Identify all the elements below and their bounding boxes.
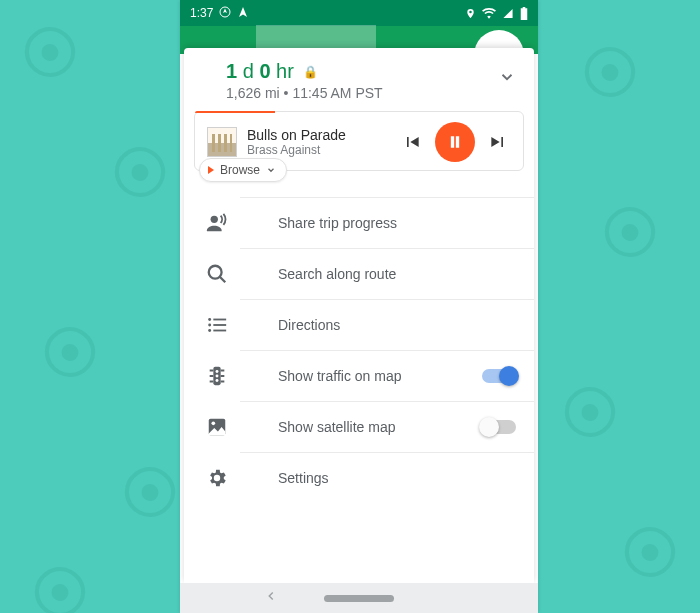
previous-track-button[interactable] <box>399 129 425 155</box>
svg-point-14 <box>216 375 219 378</box>
phone-frame: 1:37 <box>180 0 538 613</box>
nav-home-pill[interactable] <box>324 595 394 602</box>
lock-icon: 🔒 <box>303 65 318 79</box>
browse-chip[interactable]: Browse <box>199 158 287 182</box>
svg-point-13 <box>216 370 219 373</box>
directions-option[interactable]: Directions <box>240 300 534 351</box>
svg-point-17 <box>212 422 216 426</box>
browse-label: Browse <box>220 163 260 177</box>
svg-rect-11 <box>213 330 226 332</box>
svg-point-7 <box>208 324 211 327</box>
status-clock: 1:37 <box>190 6 213 20</box>
svg-point-8 <box>208 329 211 332</box>
battery-icon <box>520 7 528 20</box>
album-art <box>207 127 237 157</box>
option-label: Share trip progress <box>278 215 397 231</box>
android-nav-bar <box>180 583 538 613</box>
svg-marker-2 <box>239 7 247 17</box>
pause-button[interactable] <box>435 122 475 162</box>
wifi-icon <box>482 8 496 19</box>
eta-subtitle: 1,626 mi • 11:45 AM PST <box>226 85 520 101</box>
settings-option[interactable]: Settings <box>240 453 534 503</box>
chevron-down-icon[interactable] <box>498 68 516 90</box>
chevron-down-icon <box>266 165 276 175</box>
svg-point-3 <box>211 216 218 223</box>
status-bar: 1:37 <box>180 0 538 26</box>
compass-icon <box>219 6 231 21</box>
track-title: Bulls on Parade <box>247 127 389 143</box>
search-icon <box>206 263 228 285</box>
options-list: Share trip progress Search along route D… <box>184 197 534 503</box>
option-label: Settings <box>278 470 329 486</box>
traffic-toggle-option[interactable]: Show traffic on map <box>240 351 534 402</box>
option-label: Search along route <box>278 266 396 282</box>
svg-point-15 <box>216 379 219 382</box>
nav-arrow-icon <box>237 6 249 21</box>
svg-point-6 <box>208 318 211 321</box>
list-icon <box>206 314 228 336</box>
svg-rect-10 <box>213 324 226 326</box>
share-person-icon <box>206 212 228 234</box>
option-label: Show satellite map <box>278 419 396 435</box>
option-label: Show traffic on map <box>278 368 401 384</box>
satellite-toggle[interactable] <box>482 420 516 434</box>
media-card: Bulls on Parade Brass Against <box>194 111 524 171</box>
traffic-toggle[interactable] <box>482 369 516 383</box>
traffic-icon <box>206 365 228 387</box>
track-artist: Brass Against <box>247 143 389 157</box>
svg-point-4 <box>209 266 222 279</box>
gear-icon <box>206 467 228 489</box>
search-route-option[interactable]: Search along route <box>240 249 534 300</box>
option-label: Directions <box>278 317 340 333</box>
svg-rect-9 <box>213 319 226 321</box>
svg-line-5 <box>220 277 226 283</box>
share-trip-option[interactable]: Share trip progress <box>240 197 534 249</box>
eta-time: 1 d 0 hr 🔒 <box>226 60 520 83</box>
svg-marker-1 <box>223 8 227 13</box>
play-music-icon <box>208 166 214 174</box>
eta-summary[interactable]: 1 d 0 hr 🔒 1,626 mi • 11:45 AM PST <box>184 48 534 109</box>
next-track-button[interactable] <box>485 129 511 155</box>
satellite-map-icon <box>206 416 228 438</box>
location-icon <box>465 8 476 19</box>
navigation-bottom-sheet: 1 d 0 hr 🔒 1,626 mi • 11:45 AM PST Bulls… <box>184 48 534 583</box>
satellite-toggle-option[interactable]: Show satellite map <box>240 402 534 453</box>
nav-back-button[interactable] <box>264 589 278 607</box>
signal-icon <box>502 8 514 19</box>
